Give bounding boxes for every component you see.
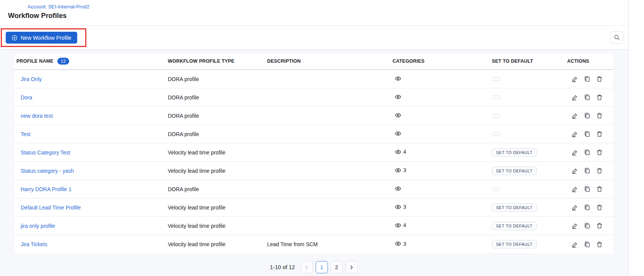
profile-name-link[interactable]: Default Lead Time Profile [21,205,81,211]
categories-count[interactable]: 3 [395,167,406,174]
delete-profile-button[interactable] [596,186,603,193]
profile-name-link[interactable]: Jira Tickets [21,241,47,247]
copy-icon [584,112,590,119]
clone-profile-button[interactable] [584,204,590,211]
categories-count[interactable] [395,185,403,192]
delete-profile-button[interactable] [596,76,603,83]
delete-profile-button[interactable] [596,222,603,229]
profiles-table: PROFILE NAME 12 WORKFLOW PROFILE TYPE DE… [14,53,613,253]
actions-cell [567,112,613,119]
default-cell [492,186,567,192]
eye-icon [395,75,401,82]
clone-profile-button[interactable] [584,112,590,119]
set-to-default-badge: SET TO DEFAULT [492,148,537,157]
pagination-next-button[interactable] [346,261,358,273]
column-header-description: DESCRIPTION [267,58,393,64]
new-workflow-profile-label: New Workflow Profile [21,35,71,41]
set-to-default-badge [492,77,500,81]
edit-icon [572,241,578,248]
account-breadcrumb-link[interactable]: Account: SEI-Internal-Prod2 [28,4,89,10]
clone-profile-button[interactable] [584,222,590,229]
categories-count-value: 3 [403,204,406,210]
trash-icon [596,76,603,82]
edit-profile-button[interactable] [571,241,578,248]
table-header-row: PROFILE NAME 12 WORKFLOW PROFILE TYPE DE… [14,53,613,70]
clone-profile-button[interactable] [584,94,590,101]
main-area: PROFILE NAME 12 WORKFLOW PROFILE TYPE DE… [0,50,628,276]
trash-icon [596,186,603,192]
categories-count-value: 4 [403,222,406,228]
pagination-page-1-button[interactable]: 1 [316,261,328,273]
edit-profile-button[interactable] [571,167,578,174]
clone-profile-button[interactable] [584,167,590,174]
actions-cell [567,167,613,174]
edit-profile-button[interactable] [571,222,578,229]
edit-profile-button[interactable] [571,149,578,156]
clone-profile-button[interactable] [584,149,590,156]
profile-name-link[interactable]: jira only profile [21,223,55,229]
profile-name-link[interactable]: Jira Only [21,76,42,82]
edit-profile-button[interactable] [571,94,578,101]
categories-count[interactable]: 3 [395,240,406,247]
categories-cell: 3 [393,167,492,175]
delete-profile-button[interactable] [596,241,603,248]
column-header-actions: ACTIONS [567,58,613,64]
copy-icon [584,76,590,82]
categories-count[interactable] [395,130,403,137]
set-to-default-badge: SET TO DEFAULT [492,203,537,212]
edit-profile-button[interactable] [571,204,578,211]
categories-count[interactable] [395,75,403,82]
categories-count[interactable]: 4 [395,222,406,229]
trash-icon [596,167,603,174]
delete-profile-button[interactable] [596,94,603,101]
edit-profile-button[interactable] [571,76,578,83]
delete-profile-button[interactable] [596,112,603,119]
clone-profile-button[interactable] [584,241,590,248]
profile-name-link[interactable]: Test [21,131,31,137]
edit-profile-button[interactable] [571,131,578,138]
delete-profile-button[interactable] [596,131,603,138]
clone-profile-button[interactable] [584,131,590,138]
delete-profile-button[interactable] [596,204,603,211]
profile-description-cell: Lead Time from SCM [267,241,393,247]
eye-icon [395,167,401,174]
categories-cell: 3 [393,204,492,211]
pagination-prev-button[interactable] [301,261,313,273]
edit-icon [572,94,578,101]
column-header-profile-name[interactable]: PROFILE NAME 12 [14,58,168,65]
edit-profile-button[interactable] [571,186,578,193]
clone-profile-button[interactable] [584,76,590,83]
toolbar: New Workflow Profile [0,26,628,50]
categories-cell [393,75,492,83]
categories-cell [393,130,492,138]
categories-count[interactable] [395,112,403,119]
profile-name-link[interactable]: Dora [21,94,32,101]
table-body: Jira Only DORA profile [14,70,613,253]
profile-type-cell: DORA profile [168,94,267,101]
set-to-default-badge: SET TO DEFAULT [492,167,537,175]
clone-profile-button[interactable] [584,186,590,193]
profile-name-link[interactable]: Status category - yash [21,168,74,174]
new-workflow-profile-button[interactable]: New Workflow Profile [6,32,77,44]
edit-profile-button[interactable] [571,112,578,119]
delete-profile-button[interactable] [596,149,603,156]
search-button[interactable] [610,31,623,44]
default-cell: SET TO DEFAULT [492,148,567,157]
delete-profile-button[interactable] [596,167,603,174]
edit-icon [572,131,578,137]
set-to-default-badge [492,114,500,118]
categories-count[interactable]: 3 [395,204,406,210]
table-row: Dora DORA profile [14,88,613,107]
content-area: Account: SEI-Internal-Prod2 Workflow Pro… [0,0,629,276]
profile-name-link[interactable]: Harry DORA Profile 1 [21,186,71,192]
profile-name-link[interactable]: Status Category Test [21,149,70,156]
categories-count[interactable] [395,94,403,100]
profile-name-link[interactable]: new dora test [21,113,53,119]
eye-icon [395,204,401,210]
default-cell [492,131,567,137]
actions-cell [567,241,613,248]
pagination-page-2-button[interactable]: 2 [331,261,343,273]
categories-count[interactable]: 4 [395,149,406,155]
table-row: Test DORA profile [14,125,613,143]
categories-count-value: 3 [403,167,406,173]
